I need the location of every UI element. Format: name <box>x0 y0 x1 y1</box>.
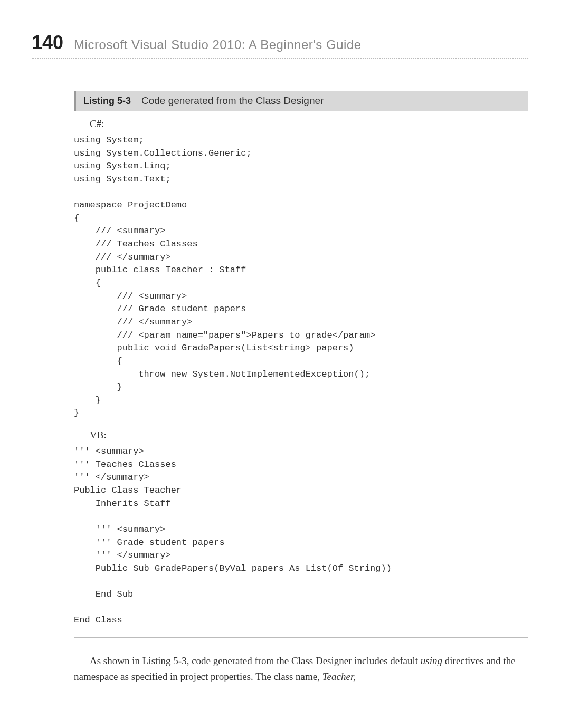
csharp-code: using System; using System.Collections.G… <box>74 134 528 420</box>
header-underline <box>32 58 528 59</box>
listing-header: Listing 5-3 Code generated from the Clas… <box>74 91 528 111</box>
using-italic: using <box>421 655 442 666</box>
page-content: Listing 5-3 Code generated from the Clas… <box>74 91 528 684</box>
body-text-1: As shown in Listing 5-3, code generated … <box>90 655 421 666</box>
book-title: Microsoft Visual Studio 2010: A Beginner… <box>74 37 361 52</box>
listing-label: Listing 5-3 <box>83 95 131 107</box>
section-divider <box>74 637 528 638</box>
vb-code: ''' <summary> ''' Teaches Classes ''' </… <box>74 445 528 627</box>
teacher-italic: Teacher, <box>322 671 356 682</box>
vb-label: VB: <box>90 429 528 441</box>
csharp-label: C#: <box>90 118 528 130</box>
listing-title: Code generated from the Class Designer <box>141 95 324 107</box>
page-header: 140 Microsoft Visual Studio 2010: A Begi… <box>32 32 528 54</box>
body-paragraph: As shown in Listing 5-3, code generated … <box>74 653 528 684</box>
page-number: 140 <box>32 32 63 54</box>
